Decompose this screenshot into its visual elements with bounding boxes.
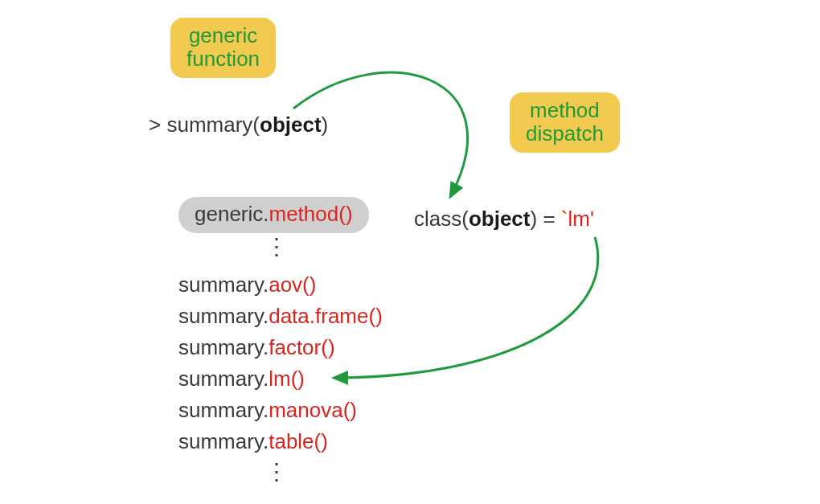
class-val: `lm': [561, 207, 594, 231]
badge-generic-line1: generic: [187, 24, 260, 47]
ellipsis-top: ⋮: [265, 233, 288, 260]
class-line: class(object) = `lm': [414, 207, 594, 232]
methods-list: summary.aov() summary.data.frame() summa…: [178, 269, 383, 457]
prompt: >: [149, 113, 166, 137]
list-item: summary.lm(): [178, 363, 383, 395]
badge-method-dispatch: method dispatch: [510, 92, 620, 153]
arrows-layer: [0, 0, 820, 504]
badge-generic-function: generic function: [170, 18, 276, 78]
class-arg: object: [469, 207, 531, 231]
badge-dispatch-line2: dispatch: [526, 122, 604, 145]
list-item: summary.factor(): [178, 332, 383, 363]
method-suffix: factor(): [269, 335, 334, 359]
list-item: summary.table(): [178, 426, 383, 457]
ellipsis-bottom: ⋮: [265, 458, 288, 485]
badge-generic-line2: function: [187, 47, 260, 71]
list-item: summary.manova(): [178, 395, 383, 426]
method-prefix: summary.: [178, 429, 269, 453]
call-close: ): [322, 113, 329, 137]
method-prefix: summary.: [178, 272, 269, 297]
class-close: ) =: [531, 207, 561, 231]
list-item: summary.aov(): [178, 269, 383, 301]
diagram-stage: generic function method dispatch > summa…: [0, 0, 820, 504]
generic-method-pill: generic.method(): [178, 197, 369, 233]
method-suffix: manova(): [269, 398, 357, 422]
method-prefix: summary.: [178, 367, 269, 391]
call-arg: object: [260, 113, 322, 137]
badge-dispatch-line1: method: [526, 99, 604, 122]
call-fn: summary: [166, 113, 252, 137]
method-suffix: data.frame(): [269, 304, 383, 328]
call-line: > summary(object): [149, 113, 328, 137]
method-prefix: summary.: [178, 335, 269, 359]
method-suffix: aov(): [269, 272, 316, 297]
generic-method-right: method(): [269, 202, 353, 226]
method-suffix: lm(): [269, 367, 305, 391]
class-fn: class: [414, 207, 461, 231]
method-prefix: summary.: [178, 304, 269, 328]
method-prefix: summary.: [178, 398, 269, 422]
call-open: (: [252, 113, 260, 137]
method-suffix: table(): [269, 429, 328, 453]
class-open: (: [461, 207, 469, 231]
list-item: summary.data.frame(): [178, 301, 383, 332]
generic-method-left: generic.: [195, 202, 269, 226]
